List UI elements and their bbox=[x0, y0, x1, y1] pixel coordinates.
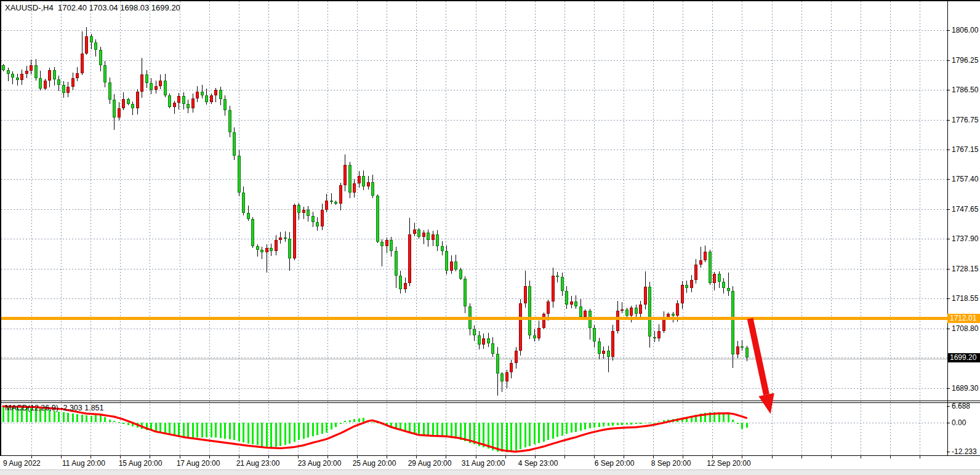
macd-histogram-bar bbox=[497, 423, 499, 452]
price-axis-label: 1776.75 bbox=[952, 116, 978, 124]
candle-body bbox=[385, 240, 388, 246]
vertical-gridline bbox=[653, 1, 654, 455]
candle-body bbox=[478, 335, 481, 345]
macd-histogram-bar bbox=[700, 413, 702, 422]
macd-histogram-bar bbox=[658, 421, 660, 422]
vertical-gridline bbox=[861, 1, 861, 455]
macd-histogram-bar bbox=[247, 423, 249, 444]
macd-histogram-bar bbox=[524, 423, 526, 448]
candle-body bbox=[90, 36, 93, 42]
candle-body bbox=[196, 92, 199, 98]
arrow-shaft[interactable] bbox=[750, 319, 766, 395]
candle-body bbox=[598, 341, 601, 354]
horizontal-level-line[interactable] bbox=[1, 317, 947, 320]
candle-body bbox=[122, 99, 125, 108]
candle-body bbox=[602, 351, 605, 354]
horizontal-gridline bbox=[1, 120, 947, 121]
macd-histogram-bar bbox=[118, 422, 120, 423]
candle-body bbox=[219, 90, 222, 99]
macd-histogram-bar bbox=[377, 423, 379, 424]
macd-histogram-bar bbox=[737, 423, 739, 424]
macd-histogram-bar bbox=[238, 423, 240, 441]
time-axis-tick bbox=[31, 456, 32, 458]
macd-histogram-bar bbox=[358, 418, 360, 422]
candle-body bbox=[454, 261, 457, 269]
horizontal-gridline bbox=[1, 150, 947, 150]
macd-histogram-bar bbox=[294, 423, 295, 442]
candle-body bbox=[270, 248, 273, 251]
time-axis-tick bbox=[387, 456, 387, 458]
candle-body bbox=[108, 82, 111, 100]
candle-body bbox=[30, 65, 33, 71]
vertical-gridline bbox=[298, 1, 299, 455]
candle-body bbox=[510, 363, 513, 372]
candle-body bbox=[565, 291, 568, 305]
candle-body bbox=[376, 196, 379, 242]
vertical-gridline bbox=[327, 1, 328, 455]
candle-body bbox=[648, 287, 651, 337]
macd-histogram-bar bbox=[441, 423, 443, 437]
candle-body bbox=[288, 239, 291, 258]
candle-body bbox=[417, 230, 420, 237]
macd-histogram-bar bbox=[400, 423, 401, 430]
price-axis-label: 1728.15 bbox=[952, 265, 978, 273]
candle-body bbox=[528, 286, 531, 335]
macd-histogram-bar bbox=[183, 423, 185, 437]
candle-body bbox=[260, 250, 263, 252]
macd-histogram-bar bbox=[414, 423, 416, 433]
macd-histogram-bar bbox=[331, 423, 332, 430]
ohlc-open: 1702.40 bbox=[58, 3, 87, 12]
candle-body bbox=[118, 108, 121, 118]
candle-wick bbox=[331, 193, 332, 204]
macd-axis-tick bbox=[947, 452, 950, 452]
candle-body bbox=[464, 279, 467, 306]
candle-wick bbox=[285, 231, 286, 241]
macd-histogram-bar bbox=[63, 412, 65, 423]
candle-body bbox=[371, 182, 374, 196]
candle-body bbox=[487, 338, 490, 343]
macd-axis-tick bbox=[947, 423, 950, 423]
candle-body bbox=[284, 238, 287, 239]
candle-body bbox=[339, 185, 342, 204]
candle-body bbox=[205, 95, 208, 102]
macd-histogram-bar bbox=[677, 418, 678, 422]
macd-histogram-bar bbox=[54, 411, 55, 423]
candle-body bbox=[681, 285, 684, 303]
time-axis-tick bbox=[476, 456, 476, 458]
vertical-gridline bbox=[446, 1, 446, 455]
candle-body bbox=[482, 338, 485, 345]
ohlc-high: 1703.04 bbox=[89, 3, 118, 12]
time-axis-tick bbox=[772, 456, 773, 458]
candle-body bbox=[574, 301, 577, 306]
time-axis-tick bbox=[209, 456, 210, 458]
time-axis-label: 12 Sep 20:00 bbox=[707, 459, 750, 468]
horizontal-gridline bbox=[1, 60, 947, 61]
vertical-gridline bbox=[120, 1, 121, 455]
price-axis-tick bbox=[947, 298, 950, 299]
macd-histogram-bar bbox=[187, 423, 189, 437]
candle-body bbox=[639, 305, 642, 314]
candle-body bbox=[552, 276, 555, 301]
vertical-gridline bbox=[564, 1, 565, 455]
time-axis-label: 21 Aug 23:00 bbox=[236, 459, 280, 468]
candle-body bbox=[579, 306, 582, 317]
candle-body bbox=[81, 54, 84, 73]
candle-body bbox=[191, 98, 195, 108]
candle-body bbox=[2, 65, 5, 70]
candle-body bbox=[542, 314, 545, 327]
time-axis-label: 6 Sep 20:00 bbox=[595, 459, 635, 468]
macd-histogram-bar bbox=[732, 420, 734, 423]
candle-body bbox=[76, 73, 79, 78]
macd-histogram-bar bbox=[543, 423, 545, 442]
macd-histogram-bar bbox=[432, 423, 434, 436]
macd-histogram-bar bbox=[580, 423, 582, 431]
macd-histogram-bar bbox=[206, 423, 207, 438]
macd-histogram-bar bbox=[520, 423, 521, 450]
macd-histogram-bar bbox=[257, 423, 259, 445]
macd-histogram-bar bbox=[488, 423, 489, 449]
macd-histogram-bar bbox=[86, 415, 87, 423]
macd-histogram-bar bbox=[363, 418, 364, 422]
candle-body bbox=[44, 81, 47, 89]
macd-histogram-bar bbox=[709, 412, 711, 423]
price-axis-tick bbox=[947, 30, 950, 31]
